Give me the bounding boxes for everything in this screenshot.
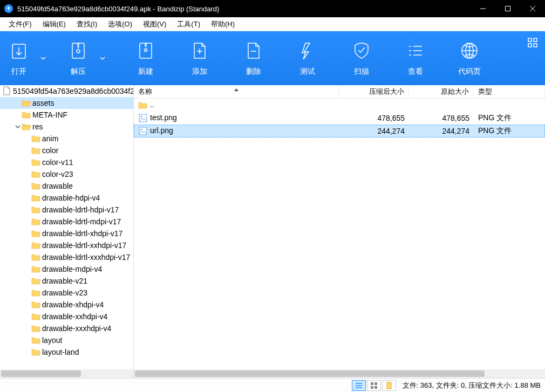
view-button[interactable]: 查看 bbox=[389, 36, 442, 81]
folder-icon bbox=[31, 240, 41, 250]
new-button[interactable]: 新建 bbox=[119, 36, 173, 81]
menu-help[interactable]: 帮助(H) bbox=[206, 18, 240, 30]
codepage-icon bbox=[460, 40, 479, 61]
add-button[interactable]: 添加 bbox=[173, 36, 227, 81]
tree-item[interactable]: layout bbox=[0, 334, 133, 346]
menu-view[interactable]: 视图(V) bbox=[138, 18, 172, 30]
list-item-compressed: 478,655 bbox=[339, 114, 409, 122]
codepage-button[interactable]: 代码页 bbox=[442, 36, 496, 81]
col-compressed[interactable]: 压缩后大小 bbox=[339, 85, 409, 98]
tree-item-label: META-INF bbox=[32, 111, 67, 119]
menu-find[interactable]: 查找(I) bbox=[71, 18, 103, 30]
list-item[interactable]: url.png244,274244,274PNG 文件 bbox=[134, 125, 545, 137]
list-up-label: .. bbox=[150, 100, 154, 109]
extract-icon bbox=[69, 40, 88, 61]
folder-icon bbox=[31, 312, 41, 321]
tree-item[interactable]: layout-land bbox=[0, 346, 133, 358]
tree-item[interactable]: drawable-hdpi-v4 bbox=[0, 192, 133, 204]
folder-icon bbox=[31, 288, 41, 298]
list-item-name: test.png bbox=[150, 113, 177, 122]
tree-item[interactable]: drawable-xhdpi-v4 bbox=[0, 299, 133, 311]
tree-root[interactable]: 515049fd54a763e929a8d6cb0034f249.apk bbox=[0, 85, 133, 97]
tree-item[interactable]: color bbox=[0, 145, 133, 156]
tree-item[interactable]: drawable-ldrtl-xxhdpi-v17 bbox=[0, 239, 133, 251]
list-item-original: 244,274 bbox=[409, 127, 474, 135]
extract-label: 解压 bbox=[71, 67, 86, 77]
open-dropdown[interactable] bbox=[38, 31, 49, 85]
list-item[interactable]: test.png478,655478,655PNG 文件 bbox=[134, 112, 545, 125]
new-icon bbox=[136, 40, 155, 61]
tree-item-label: drawable-hdpi-v4 bbox=[42, 194, 100, 202]
list-h-scrollbar[interactable] bbox=[134, 369, 545, 378]
open-button[interactable]: 打开 bbox=[0, 36, 38, 81]
view-gallery-button[interactable] bbox=[367, 380, 381, 391]
tree-item-label: drawable-xxhdpi-v4 bbox=[42, 312, 107, 321]
tree-item[interactable]: drawable-ldrtl-xhdpi-v17 bbox=[0, 228, 133, 239]
folder-icon bbox=[31, 335, 41, 345]
delete-button[interactable]: 删除 bbox=[227, 36, 281, 81]
app-icon bbox=[4, 4, 13, 13]
tree-item-label: drawable-xxxhdpi-v4 bbox=[42, 324, 111, 333]
view-simple-button[interactable] bbox=[382, 380, 396, 391]
menu-options[interactable]: 选项(O) bbox=[103, 18, 138, 30]
tree-item[interactable]: drawable bbox=[0, 180, 133, 192]
test-button[interactable]: 测试 bbox=[281, 36, 335, 81]
tree-item[interactable]: drawable-xxxhdpi-v4 bbox=[0, 322, 133, 334]
folder-icon bbox=[31, 157, 41, 167]
tree-item-label: assets bbox=[32, 99, 54, 107]
folder-icon bbox=[31, 276, 41, 286]
extract-dropdown[interactable] bbox=[97, 31, 108, 85]
tree-item-label: drawable-v23 bbox=[42, 288, 87, 297]
minimize-button[interactable] bbox=[471, 0, 495, 17]
delete-icon bbox=[244, 40, 263, 61]
col-name-label: 名称 bbox=[138, 87, 152, 97]
tree-item[interactable]: color-v23 bbox=[0, 168, 133, 180]
tree-item[interactable]: drawable-ldrtl-mdpi-v17 bbox=[0, 216, 133, 228]
tree-item[interactable]: drawable-v21 bbox=[0, 275, 133, 287]
test-icon bbox=[298, 40, 317, 61]
col-name[interactable]: 名称 bbox=[134, 85, 339, 98]
col-original[interactable]: 原始大小 bbox=[409, 85, 474, 98]
svg-point-7 bbox=[145, 49, 147, 52]
tree-h-scrollbar[interactable] bbox=[0, 369, 133, 378]
extract-button[interactable]: 解压 bbox=[59, 36, 97, 81]
codepage-label: 代码页 bbox=[458, 67, 481, 77]
col-type[interactable]: 类型 bbox=[474, 85, 545, 98]
toolbar-more-icon[interactable] bbox=[528, 38, 537, 50]
folder-icon bbox=[31, 264, 41, 274]
chevron-down-icon[interactable] bbox=[14, 124, 22, 129]
tree-item[interactable]: META-INF bbox=[0, 109, 133, 121]
menu-file[interactable]: 文件(F) bbox=[3, 18, 37, 30]
list-item-type: PNG 文件 bbox=[474, 113, 545, 123]
tree-item-label: drawable-ldrtl-mdpi-v17 bbox=[42, 217, 121, 226]
tree-item-label: drawable-ldrtl-xxhdpi-v17 bbox=[42, 241, 126, 250]
folder-icon bbox=[31, 217, 41, 226]
scan-button[interactable]: 扫描 bbox=[335, 36, 389, 81]
menu-tools[interactable]: 工具(T) bbox=[172, 18, 206, 30]
status-bar: 文件: 363, 文件夹: 0, 压缩文件大小: 1.88 MB bbox=[0, 378, 545, 392]
view-details-button[interactable] bbox=[352, 380, 366, 391]
tree-item[interactable]: assets bbox=[0, 97, 133, 109]
tree-item[interactable]: drawable-ldrtl-hdpi-v17 bbox=[0, 204, 133, 216]
scan-icon bbox=[352, 40, 371, 61]
tree-item[interactable]: drawable-mdpi-v4 bbox=[0, 263, 133, 275]
menu-edit[interactable]: 编辑(E) bbox=[37, 18, 71, 30]
tree-item-label: color bbox=[42, 146, 58, 155]
list-up-item[interactable]: .. bbox=[134, 99, 545, 112]
tree-item-label: color-v23 bbox=[42, 170, 73, 178]
close-button[interactable] bbox=[520, 0, 545, 17]
svg-rect-10 bbox=[528, 38, 532, 42]
tree-item[interactable]: drawable-v23 bbox=[0, 287, 133, 299]
folder-tree[interactable]: 515049fd54a763e929a8d6cb0034f249.apkasse… bbox=[0, 85, 134, 378]
tree-item[interactable]: anim bbox=[0, 133, 133, 145]
tree-item[interactable]: color-v11 bbox=[0, 156, 133, 168]
list-item-name: url.png bbox=[150, 126, 173, 135]
svg-point-5 bbox=[77, 50, 80, 53]
folder-icon bbox=[31, 324, 41, 333]
tree-item[interactable]: res bbox=[0, 121, 133, 133]
svg-rect-11 bbox=[534, 38, 537, 42]
view-label: 查看 bbox=[408, 67, 423, 77]
tree-item[interactable]: drawable-ldrtl-xxxhdpi-v17 bbox=[0, 251, 133, 263]
tree-item[interactable]: drawable-xxhdpi-v4 bbox=[0, 311, 133, 322]
maximize-button[interactable] bbox=[495, 0, 520, 17]
